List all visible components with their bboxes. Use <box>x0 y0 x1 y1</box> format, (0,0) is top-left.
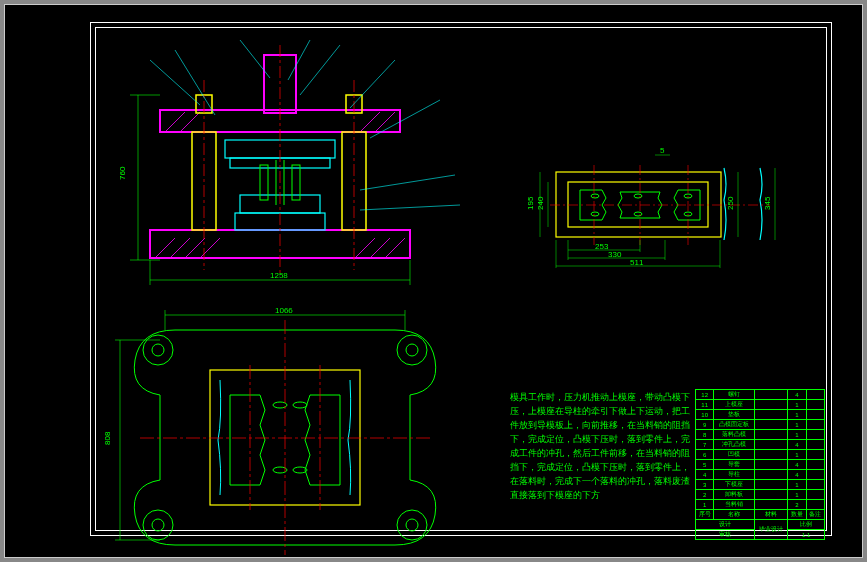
drawing-title: 毕业设计 <box>754 520 787 540</box>
svg-line-33 <box>300 45 340 95</box>
dim-330: 330 <box>608 250 622 259</box>
svg-line-3 <box>170 238 190 258</box>
section-view: 1258 760 <box>118 40 460 285</box>
svg-line-2 <box>155 238 175 258</box>
svg-line-6 <box>355 238 375 258</box>
svg-line-9 <box>165 112 185 132</box>
svg-line-30 <box>175 50 215 115</box>
dim-section-width: 1258 <box>270 271 288 280</box>
strip-layout-view: 5 253 330 511 195 240 250 345 <box>526 146 775 268</box>
svg-point-46 <box>143 510 173 540</box>
svg-line-29 <box>150 60 200 105</box>
dim-plan-height: 808 <box>103 431 112 445</box>
svg-line-36 <box>360 175 455 190</box>
svg-line-8 <box>385 238 405 258</box>
svg-line-10 <box>180 112 200 132</box>
dim-195: 195 <box>526 196 535 210</box>
svg-line-11 <box>360 112 380 132</box>
svg-point-47 <box>397 510 427 540</box>
svg-point-71 <box>634 194 642 198</box>
svg-point-50 <box>152 519 164 531</box>
dim-250: 250 <box>726 196 735 210</box>
svg-point-72 <box>634 212 642 216</box>
svg-point-70 <box>591 212 599 216</box>
svg-point-44 <box>143 335 173 365</box>
dim-240: 240 <box>536 196 545 210</box>
dim-345: 345 <box>763 196 772 210</box>
svg-point-45 <box>397 335 427 365</box>
plan-view: 1066 808 <box>103 306 436 555</box>
dim-5: 5 <box>660 146 665 155</box>
title-block: 12螺钉4 11上模座1 10垫板1 9凸模固定板1 8落料凸模1 7冲孔凸模4… <box>695 389 825 534</box>
svg-line-4 <box>185 238 205 258</box>
dim-253: 253 <box>595 242 609 251</box>
svg-point-51 <box>406 519 418 531</box>
dim-section-height: 760 <box>118 166 127 180</box>
technical-notes: 模具工作时，压力机推动上模座，带动凸模下压，上模座在导柱的牵引下做上下运动，把工… <box>510 390 690 502</box>
svg-point-54 <box>293 402 307 408</box>
svg-point-49 <box>406 344 418 356</box>
svg-line-5 <box>200 238 220 258</box>
svg-line-31 <box>240 40 270 78</box>
svg-point-48 <box>152 344 164 356</box>
svg-line-35 <box>370 100 440 138</box>
svg-line-37 <box>360 205 460 210</box>
svg-line-12 <box>375 112 395 132</box>
svg-line-34 <box>350 60 395 108</box>
dim-511: 511 <box>630 258 644 267</box>
svg-line-7 <box>370 238 390 258</box>
dim-plan-width: 1066 <box>275 306 293 315</box>
svg-point-69 <box>591 194 599 198</box>
svg-line-32 <box>288 40 310 80</box>
